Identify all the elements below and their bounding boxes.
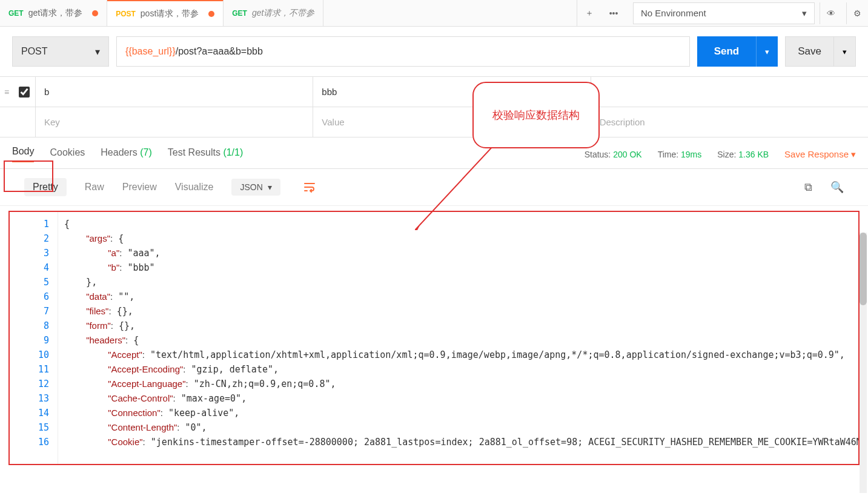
view-raw[interactable]: Raw	[85, 182, 104, 193]
param-desc-placeholder[interactable]: Description	[591, 107, 868, 137]
method-badge: GET	[8, 9, 24, 18]
environment-select[interactable]: No Environment ▾	[633, 2, 815, 24]
line-gutter: 12345678910111213141516	[10, 212, 58, 464]
chevron-down-icon: ▾	[765, 47, 769, 56]
response-header: Body Cookies Headers (7) Test Results (1…	[0, 137, 868, 169]
environment-settings-button[interactable]: ⚙	[846, 2, 868, 24]
tab-body[interactable]: Body	[12, 146, 34, 162]
tab-menu-button[interactable]: •••	[601, 0, 626, 27]
new-tab-button[interactable]: ＋	[577, 0, 601, 27]
method-value: POST	[21, 46, 48, 57]
view-pretty[interactable]: Pretty	[24, 178, 67, 196]
chevron-down-icon: ▾	[843, 47, 847, 56]
param-row: ≡ b bbb	[0, 77, 868, 107]
view-preview[interactable]: Preview	[122, 182, 157, 193]
save-dropdown-button[interactable]: ▾	[834, 36, 856, 67]
copy-button[interactable]: ⧉	[804, 181, 812, 194]
chevron-down-icon: ▾	[851, 149, 856, 160]
tab-post-active[interactable]: POST post请求，带参	[107, 0, 224, 26]
environment-area: No Environment ▾ 👁 ⚙	[626, 0, 868, 26]
ellipsis-icon: •••	[609, 8, 618, 18]
tab-headers[interactable]: Headers (7)	[101, 147, 152, 162]
drag-handle-icon	[0, 107, 13, 137]
code-area: 12345678910111213141516 { "args": { "a":…	[10, 212, 858, 464]
wrap-icon	[303, 181, 316, 193]
size-stat: Size: 1.36 KB	[717, 150, 769, 159]
param-key-placeholder[interactable]: Key	[35, 107, 313, 137]
checkbox-input[interactable]	[19, 87, 30, 98]
format-select[interactable]: JSON ▾	[231, 179, 280, 196]
param-key-cell[interactable]: b	[35, 77, 313, 107]
param-row-empty: Key Value Description	[0, 107, 868, 137]
wrap-lines-button[interactable]	[299, 176, 320, 198]
save-response-button[interactable]: Save Response ▾	[784, 149, 856, 160]
unsaved-dot-icon	[208, 11, 214, 17]
method-select[interactable]: POST ▾	[12, 36, 109, 67]
request-row: POST ▾ {{base_url}}/post?a=aaa&b=bbb Sen…	[0, 27, 868, 77]
save-group: Save ▾	[785, 36, 856, 67]
save-button[interactable]: Save	[785, 36, 834, 67]
search-icon: 🔍	[830, 181, 844, 193]
environment-quicklook-button[interactable]: 👁	[820, 2, 841, 24]
tab-cookies[interactable]: Cookies	[50, 147, 85, 162]
send-group: Send ▾	[697, 36, 778, 67]
send-button[interactable]: Send	[697, 36, 757, 67]
plus-icon: ＋	[585, 8, 594, 19]
view-visualize[interactable]: Visualize	[175, 182, 214, 193]
tab-tests[interactable]: Test Results (1/1)	[168, 147, 244, 162]
url-variable: {{base_url}}	[125, 46, 176, 57]
param-desc-cell[interactable]	[591, 77, 868, 107]
response-body-box: 12345678910111213141516 { "args": { "a":…	[8, 211, 860, 465]
tab-title: get请求，不带参	[252, 8, 314, 19]
method-badge: GET	[232, 9, 247, 18]
tab-title: post请求，带参	[141, 8, 199, 19]
chevron-down-icon: ▾	[802, 8, 807, 19]
environment-label: No Environment	[641, 8, 706, 18]
method-badge: POST	[116, 10, 136, 18]
unsaved-dot-icon	[92, 10, 98, 16]
status-stat: Status: 200 OK	[585, 150, 642, 159]
scrollbar-thumb[interactable]	[860, 233, 867, 305]
sliders-icon: ⚙	[853, 8, 861, 18]
chevron-down-icon: ▾	[95, 46, 100, 58]
annotation-callout: 校验响应数据结构	[472, 82, 600, 148]
request-tabs: GET get请求，带参 POST post请求，带参 GET get请求，不带…	[0, 0, 577, 26]
tab-title: get请求，带参	[28, 8, 82, 19]
time-stat: Time: 19ms	[658, 150, 702, 159]
param-checkbox[interactable]	[13, 77, 35, 107]
tab-get-1[interactable]: GET get请求，带参	[0, 0, 107, 26]
tab-controls: ＋ •••	[577, 0, 626, 26]
drag-handle-icon[interactable]: ≡	[0, 77, 13, 107]
copy-icon: ⧉	[804, 181, 812, 193]
top-bar: GET get请求，带参 POST post请求，带参 GET get请求，不带…	[0, 0, 868, 27]
code-content[interactable]: { "args": { "a": "aaa", "b": "bbb" }, "d…	[58, 212, 858, 464]
send-dropdown-button[interactable]: ▾	[756, 36, 778, 67]
chevron-down-icon: ▾	[268, 182, 272, 192]
param-checkbox	[13, 107, 35, 137]
url-input[interactable]: {{base_url}}/post?a=aaa&b=bbb	[116, 36, 690, 67]
eye-icon: 👁	[827, 8, 835, 18]
tab-get-2[interactable]: GET get请求，不带参	[224, 0, 323, 26]
url-path: /post?a=aaa&b=bbb	[176, 46, 263, 57]
view-mode-row: Pretty Raw Preview Visualize JSON ▾ ⧉ 🔍	[0, 169, 868, 206]
search-button[interactable]: 🔍	[830, 180, 844, 194]
